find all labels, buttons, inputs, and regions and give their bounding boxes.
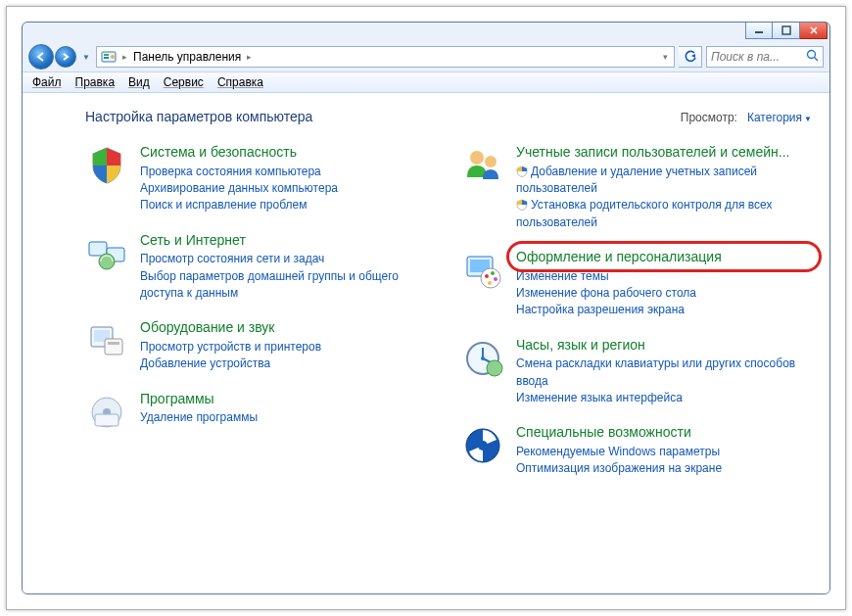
menu-help[interactable]: Справка xyxy=(217,75,263,89)
svg-rect-4 xyxy=(104,57,109,59)
category-title[interactable]: Учетные записи пользователей и семейн... xyxy=(516,144,812,162)
category-link[interactable]: Изменение фона рабочего стола xyxy=(516,285,812,302)
close-button[interactable] xyxy=(800,22,828,39)
clock-icon xyxy=(461,337,504,380)
category-title[interactable]: Оформление и персонализация xyxy=(516,249,812,266)
category-link[interactable]: Изменение языка интерфейса xyxy=(516,390,812,406)
category-link[interactable]: Смена раскладки клавиатуры или других сп… xyxy=(516,355,812,390)
category-block: Система и безопасностьПроверка состояния… xyxy=(85,144,436,214)
category-title[interactable]: Оборудование и звук xyxy=(140,319,436,337)
category-block: Часы, язык и регионСмена раскладки клави… xyxy=(461,337,812,407)
svg-point-25 xyxy=(494,277,497,281)
category-link[interactable]: Просмотр устройств и принтеров xyxy=(140,339,436,355)
category-link[interactable]: Добавление и удаление учетных записей по… xyxy=(516,164,812,198)
category-title[interactable]: Специальные возможности xyxy=(516,424,812,442)
category-title[interactable]: Программы xyxy=(140,391,436,408)
svg-rect-17 xyxy=(95,414,118,426)
svg-point-19 xyxy=(485,156,497,167)
svg-point-18 xyxy=(470,151,484,165)
category-link[interactable]: Проверка состояния компьютера xyxy=(140,164,436,180)
svg-rect-1 xyxy=(782,26,790,34)
category-block: Оформление и персонализацияИзменение тем… xyxy=(461,249,812,319)
search-placeholder: Поиск в па... xyxy=(711,50,780,64)
menu-view[interactable]: Вид xyxy=(128,75,150,89)
network-icon xyxy=(85,232,128,275)
users-icon xyxy=(461,144,504,187)
svg-point-22 xyxy=(481,268,500,288)
category-link[interactable]: Настройка разрешения экрана xyxy=(516,302,812,318)
chevron-right-icon: ▸ xyxy=(247,52,252,62)
svg-point-23 xyxy=(485,274,489,278)
menu-file[interactable]: Файл xyxy=(32,75,62,89)
svg-point-5 xyxy=(111,55,115,59)
category-link[interactable]: Изменение темы xyxy=(516,268,812,285)
view-by: Просмотр: Категория▼ xyxy=(681,111,812,124)
access-icon xyxy=(461,424,504,467)
svg-rect-8 xyxy=(89,242,107,256)
menu-edit[interactable]: Правка xyxy=(75,75,116,89)
control-panel-icon xyxy=(101,49,117,65)
svg-line-7 xyxy=(815,58,819,62)
search-icon[interactable] xyxy=(806,49,819,65)
svg-point-6 xyxy=(808,51,816,59)
refresh-button[interactable] xyxy=(679,46,702,68)
category-title[interactable]: Система и безопасность xyxy=(140,144,436,162)
svg-point-24 xyxy=(491,271,495,275)
category-link[interactable]: Просмотр состояния сети и задач xyxy=(140,251,436,267)
category-title[interactable]: Сеть и Интернет xyxy=(140,232,436,250)
window: ▼ ▸ Панель управления ▸ ▾ Поиск в па... … xyxy=(22,22,830,594)
category-title[interactable]: Часы, язык и регион xyxy=(516,337,812,355)
page-title: Настройка параметров компьютера xyxy=(85,109,312,124)
menubar: Файл Правка Вид Сервис Справка xyxy=(23,71,829,93)
search-input[interactable]: Поиск в па... xyxy=(706,46,824,68)
svg-point-28 xyxy=(481,356,485,360)
view-by-dropdown[interactable]: Категория▼ xyxy=(747,111,812,124)
hardware-icon xyxy=(85,319,128,362)
chevron-down-icon[interactable]: ▾ xyxy=(663,52,668,62)
svg-point-32 xyxy=(478,441,488,450)
svg-point-29 xyxy=(487,360,502,376)
category-link[interactable]: Рекомендуемые Windows параметры xyxy=(516,444,812,460)
nav-back-button[interactable] xyxy=(28,44,54,70)
menu-tools[interactable]: Сервис xyxy=(164,75,204,89)
category-block: Сеть и ИнтернетПросмотр состояния сети и… xyxy=(85,232,436,303)
uac-shield-icon xyxy=(516,199,528,211)
svg-point-26 xyxy=(488,281,492,285)
category-link[interactable]: Оптимизация изображения на экране xyxy=(516,460,812,477)
security-icon xyxy=(85,144,128,187)
titlebar xyxy=(23,23,829,42)
nav-history-dropdown[interactable]: ▼ xyxy=(80,49,92,65)
content-area: Настройка параметров компьютера Просмотр… xyxy=(23,93,829,593)
breadcrumb[interactable]: ▸ Панель управления ▸ ▾ xyxy=(96,46,675,68)
chevron-right-icon: ▸ xyxy=(122,52,127,62)
category-link[interactable]: Установка родительского контроля для все… xyxy=(516,197,812,231)
appearance-icon xyxy=(461,249,504,292)
svg-rect-13 xyxy=(105,339,122,355)
uac-shield-icon xyxy=(516,166,528,177)
category-link[interactable]: Выбор параметров домашней группы и общег… xyxy=(140,268,436,303)
nav-forward-button[interactable] xyxy=(55,46,76,68)
svg-rect-0 xyxy=(755,31,763,33)
category-block: ПрограммыУдаление программы xyxy=(85,391,436,434)
category-link[interactable]: Поиск и исправление проблем xyxy=(140,197,436,213)
nav-row: ▼ ▸ Панель управления ▸ ▾ Поиск в па... xyxy=(23,42,829,71)
category-link[interactable]: Добавление устройства xyxy=(140,355,436,372)
category-block: Специальные возможностиРекомендуемые Win… xyxy=(461,424,812,477)
svg-rect-14 xyxy=(108,342,119,345)
category-link[interactable]: Архивирование данных компьютера xyxy=(140,180,436,197)
minimize-button[interactable] xyxy=(745,22,773,39)
maximize-button[interactable] xyxy=(773,22,800,39)
category-block: Оборудование и звукПросмотр устройств и … xyxy=(85,319,436,372)
category-block: Учетные записи пользователей и семейн...… xyxy=(461,144,812,231)
programs-icon xyxy=(85,391,128,434)
svg-rect-3 xyxy=(104,54,109,56)
breadcrumb-root[interactable]: Панель управления xyxy=(133,50,241,64)
category-link[interactable]: Удаление программы xyxy=(140,409,436,426)
